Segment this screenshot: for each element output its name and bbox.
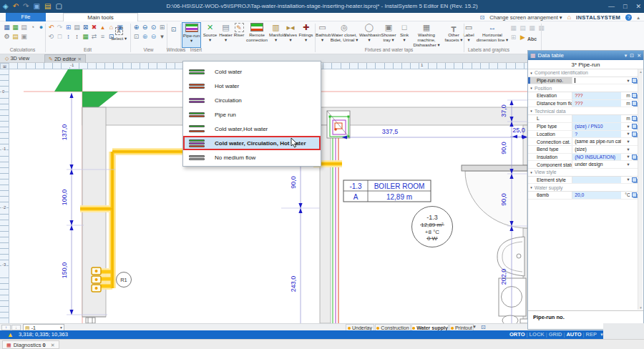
minimize-button[interactable]: —	[608, 0, 615, 13]
layer-down-button[interactable]: ↓	[11, 325, 21, 330]
small-fixture[interactable]	[86, 318, 95, 323]
change-screen-arrangement-button[interactable]: Change screen arrangement ▾	[489, 14, 562, 21]
property-row-l[interactable]: Lm	[528, 115, 638, 123]
panel-float-icon[interactable]: ⊡	[630, 51, 634, 60]
dropdown-arrow-icon[interactable]: ▼	[621, 177, 630, 182]
bathtub-button[interactable]: ▭Bathtub ▾	[316, 22, 329, 48]
toggle-orto[interactable]: ORTO	[509, 331, 525, 338]
menu-item-hot-water[interactable]: Hot water	[183, 79, 321, 93]
menu-item-circulation[interactable]: Circulation	[183, 93, 321, 107]
property-value[interactable]: ???	[572, 100, 621, 107]
collapse-ribbon-icon[interactable]: ▴	[637, 14, 640, 21]
dimension-value[interactable]: 243,0	[290, 276, 297, 293]
frame-icon[interactable]: □	[56, 33, 64, 41]
zoom-in-icon[interactable]: ⊕	[132, 24, 140, 31]
property-row-element-style[interactable]: Element style▼	[528, 177, 638, 185]
copy-value-icon[interactable]	[632, 101, 637, 106]
category-row[interactable]: ▾Water supply	[528, 184, 638, 192]
list-icon[interactable]: ≡	[99, 33, 107, 41]
copy-value-icon[interactable]	[632, 132, 637, 137]
riser-button[interactable]: ✎Riser	[233, 22, 245, 48]
rotate-icon[interactable]: ⟲	[47, 33, 55, 41]
sink-button[interactable]: □Sink ▾	[398, 22, 411, 48]
dropdown-arrow-icon[interactable]: ▼	[621, 124, 630, 129]
move-icon[interactable]: ↕	[73, 33, 81, 41]
door[interactable]	[462, 165, 527, 228]
fittings-button[interactable]: ✚Fittings ▾	[298, 22, 313, 48]
property-value[interactable]: (NO INSULATION)	[572, 154, 621, 161]
dimension-value[interactable]: 137,0	[61, 124, 68, 141]
copy-value-icon[interactable]	[632, 177, 637, 182]
property-row--amb[interactable]: θamb20,0°C	[528, 192, 638, 200]
property-value[interactable]: (size) / PN10	[572, 123, 621, 130]
calc-refresh-icon[interactable]: ◔	[29, 24, 36, 31]
dropdown-arrow-icon[interactable]: ▼	[621, 139, 630, 144]
dimension-value[interactable]: 337,5	[382, 128, 399, 135]
pipe-run-button[interactable]: Pipe-run ▾	[182, 22, 201, 48]
copy-value-icon[interactable]	[632, 124, 637, 129]
view-grid-icon[interactable]: ⊞	[158, 24, 166, 31]
property-value[interactable]	[572, 77, 621, 84]
copy-icon[interactable]: ⊞	[64, 24, 72, 31]
dropdown-arrow-icon[interactable]: ▼	[621, 162, 630, 167]
dimension-value[interactable]: 25,0	[512, 127, 525, 134]
panel-scrollbar[interactable]: ▴▾	[638, 69, 643, 310]
dimension-value[interactable]: 100,0	[61, 190, 68, 206]
property-row-bend-type[interactable]: Bend type(size)▼	[528, 146, 638, 154]
arrow-graphic-icon[interactable]: ▶	[519, 34, 527, 41]
table-style-icon[interactable]: ▦	[509, 24, 517, 32]
tab-main-tools[interactable]: Main tools	[63, 13, 138, 21]
water-closet-button[interactable]: ◎Water closet, Bidet, Urinal ▾	[330, 22, 358, 48]
settings-gear-icon[interactable]: ⚙	[3, 33, 11, 41]
maximize-button[interactable]: □	[623, 0, 627, 13]
horizontal-dimension-line-button[interactable]: ↔Horizontal dimension line ▾	[476, 22, 509, 48]
copy-value-icon[interactable]	[632, 78, 637, 83]
select-button[interactable]: A Select ▾	[109, 23, 129, 49]
file-tab[interactable]: File	[6, 13, 46, 21]
redo-icon[interactable]: ↷	[56, 24, 64, 31]
dropdown-arrow-icon[interactable]: ▼	[621, 154, 630, 159]
green-marker-upper[interactable]	[54, 69, 82, 92]
category-row[interactable]: ▾Position	[528, 84, 638, 92]
washing-machine-button[interactable]: ▦Washing machine, Dishwasher ▾	[411, 22, 441, 48]
abc-text-icon[interactable]: Abc	[527, 35, 537, 43]
remote-connection-button[interactable]: Remote connection	[245, 22, 268, 48]
property-row-distance-from-floor[interactable]: Distance from floor???m	[528, 100, 638, 108]
dimension-value[interactable]: 90,0	[290, 176, 297, 189]
menu-item-cold-water[interactable]: Cold water	[183, 64, 321, 79]
calc-sheet-icon[interactable]: ▤	[20, 24, 28, 31]
panel-title-bar[interactable]: ▦Data table ▾ ⊡ ✕	[528, 51, 643, 60]
data-bars-icon[interactable]: ▤	[11, 33, 19, 41]
undo-icon[interactable]: ↶	[47, 24, 55, 31]
property-value[interactable]: ???	[572, 92, 621, 99]
zoom-out-icon[interactable]: ⊖	[141, 24, 149, 31]
water-drop-icon[interactable]: ●	[37, 24, 45, 31]
menu-item-no-medium-flow[interactable]: No medium flow	[183, 150, 321, 164]
dimension-value[interactable]: 150,0	[61, 262, 68, 279]
paste-icon[interactable]: ▤	[73, 24, 81, 31]
dropdown-arrow-icon[interactable]: ▼	[621, 132, 630, 136]
toggle-lock[interactable]: LOCK	[529, 331, 544, 338]
source-button[interactable]: ✕Source ▾	[202, 22, 218, 48]
category-row[interactable]: ▾Technical data	[528, 107, 638, 115]
zoom-window-icon[interactable]: ⊕	[141, 33, 149, 41]
property-row-pipe-run-no-[interactable]: Pipe-run no.▼	[528, 77, 638, 85]
heater-button[interactable]: ▤Heater ▾	[219, 22, 233, 48]
help-icon[interactable]: ?	[625, 14, 632, 21]
tab-3d-view[interactable]: ◇3D view	[1, 54, 33, 63]
view-tabs-more-icon[interactable]: ▼	[472, 325, 477, 329]
calc-table-icon[interactable]: ▦	[3, 24, 11, 31]
dimension-value[interactable]: 37,0	[500, 104, 507, 117]
manifold-button[interactable]: ▥Manifold ▾	[269, 22, 283, 48]
delete-icon[interactable]: ✖	[90, 24, 98, 31]
view-settings-icon[interactable]: ⊡	[481, 324, 486, 330]
category-row[interactable]: ▾View style	[528, 169, 638, 177]
toggle-grid[interactable]: GRID	[549, 331, 562, 338]
property-row-insulation[interactable]: Insulation(NO INSULATION)▼	[528, 154, 638, 162]
insert-table-icon[interactable]: ⊞	[509, 34, 517, 41]
dropdown-arrow-icon[interactable]: ▼	[621, 147, 630, 152]
shower-tray-button[interactable]: ▣Shower tray ▾	[380, 22, 397, 48]
dimension-value[interactable]: 202,0	[500, 269, 507, 285]
legend-icon[interactable]: ▤	[519, 24, 527, 32]
close-button[interactable]: ✕	[635, 0, 641, 13]
